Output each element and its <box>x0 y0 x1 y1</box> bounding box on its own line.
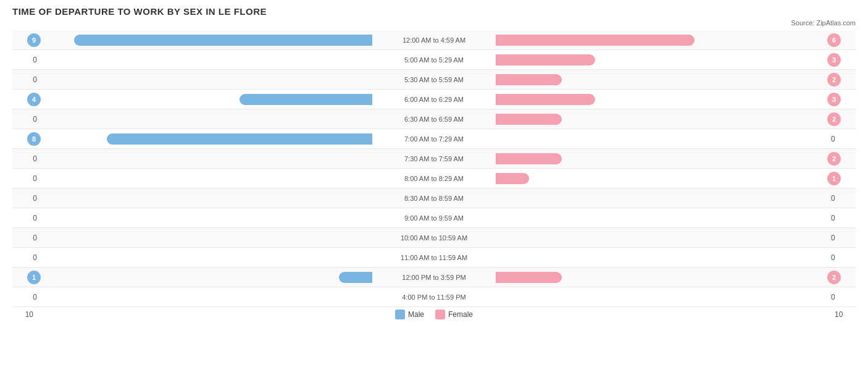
male-bar-area <box>41 232 372 244</box>
male-bar-area <box>41 93 372 106</box>
female-bar-area <box>496 74 827 86</box>
male-bar-area <box>41 113 372 125</box>
male-value: 0 <box>16 293 41 302</box>
female-value: 3 <box>827 53 841 67</box>
male-bar-area <box>41 212 372 224</box>
male-value: 0 <box>16 214 41 222</box>
table-row: 0 7:30 AM to 7:59 AM 2 <box>12 149 856 169</box>
female-bar <box>496 153 562 164</box>
female-bar <box>496 173 529 184</box>
legend-male-box <box>395 310 405 319</box>
female-value: 2 <box>827 73 841 86</box>
female-value: 2 <box>827 152 841 166</box>
female-bar <box>496 74 562 85</box>
bars: 8:30 AM to 8:59 AM <box>41 188 827 208</box>
male-bar <box>74 35 372 46</box>
female-value: 6 <box>827 33 841 47</box>
bars: 12:00 PM to 3:59 PM <box>41 268 827 287</box>
bars: 7:30 AM to 7:59 AM <box>41 149 827 168</box>
legend-male-label: Male <box>408 310 424 319</box>
male-value: 0 <box>16 75 41 84</box>
table-row: 0 5:30 AM to 5:59 AM 2 <box>12 70 856 90</box>
table-row: 0 8:30 AM to 8:59 AM 0 <box>12 188 856 208</box>
time-label: 7:00 AM to 7:29 AM <box>372 135 496 143</box>
time-label: 10:00 AM to 10:59 AM <box>372 234 496 242</box>
table-row: 0 9:00 AM to 9:59 AM 0 <box>12 208 856 228</box>
female-bar <box>496 94 595 105</box>
bars: 6:00 AM to 6:29 AM <box>41 90 827 109</box>
bars: 4:00 PM to 11:59 PM <box>41 287 827 306</box>
bars: 7:00 AM to 7:29 AM <box>41 129 827 148</box>
bars: 6:30 AM to 6:59 AM <box>41 109 827 129</box>
female-bar-area <box>496 113 827 125</box>
female-value: 0 <box>827 293 852 302</box>
female-bar-area <box>496 54 827 66</box>
time-label: 5:00 AM to 5:29 AM <box>372 56 496 64</box>
table-row: 9 12:00 AM to 4:59 AM 6 <box>12 30 856 50</box>
table-row: 1 12:00 PM to 3:59 PM 2 <box>12 268 856 287</box>
male-bar-area <box>41 153 372 165</box>
male-bar-area <box>41 251 372 264</box>
bars: 5:00 AM to 5:29 AM <box>41 50 827 69</box>
female-bar-area <box>496 34 827 46</box>
male-bar <box>240 94 372 105</box>
table-row: 4 6:00 AM to 6:29 AM 3 <box>12 90 856 109</box>
table-row: 0 5:00 AM to 5:29 AM 3 <box>12 50 856 70</box>
female-bar <box>496 35 695 46</box>
male-value: 0 <box>16 174 41 183</box>
male-bar-area <box>41 34 372 46</box>
time-label: 12:00 AM to 4:59 AM <box>372 36 496 44</box>
time-label: 4:00 PM to 11:59 PM <box>372 293 496 301</box>
female-bar-area <box>496 291 827 303</box>
time-label: 7:30 AM to 7:59 AM <box>372 155 496 162</box>
bars: 11:00 AM to 11:59 AM <box>41 248 827 267</box>
female-bar-area <box>496 271 827 284</box>
legend-male: Male <box>395 310 424 319</box>
table-row: 0 11:00 AM to 11:59 AM 0 <box>12 248 856 268</box>
male-bar-area <box>41 271 372 284</box>
time-label: 8:30 AM to 8:59 AM <box>372 195 496 202</box>
male-value: 0 <box>16 253 41 262</box>
axis-right-label: 10 <box>831 310 856 319</box>
male-value: 8 <box>27 132 41 146</box>
male-value: 9 <box>27 33 41 47</box>
time-label: 8:00 AM to 8:29 AM <box>372 175 496 182</box>
female-bar <box>496 54 595 65</box>
time-label: 12:00 PM to 3:59 PM <box>372 274 496 281</box>
male-bar-area <box>41 74 372 86</box>
bars: 12:00 AM to 4:59 AM <box>41 30 827 49</box>
male-value: 0 <box>16 154 41 163</box>
time-label: 9:00 AM to 9:59 AM <box>372 214 496 222</box>
female-value: 2 <box>827 112 841 126</box>
axis-left-label: 10 <box>12 310 37 319</box>
female-bar-area <box>496 192 827 205</box>
time-label: 6:30 AM to 6:59 AM <box>372 116 496 123</box>
table-row: 0 4:00 PM to 11:59 PM 0 <box>12 287 856 307</box>
table-row: 0 10:00 AM to 10:59 AM 0 <box>12 228 856 248</box>
bars: 5:30 AM to 5:59 AM <box>41 70 827 89</box>
male-value: 0 <box>16 234 41 242</box>
female-bar-area <box>496 232 827 244</box>
chart-title: TIME OF DEPARTURE TO WORK BY SEX IN LE F… <box>12 6 856 17</box>
male-value: 1 <box>27 271 41 284</box>
male-bar-area <box>41 172 372 185</box>
table-row: 0 6:30 AM to 6:59 AM 2 <box>12 109 856 129</box>
female-value: 3 <box>827 93 841 106</box>
legend: Male Female <box>395 310 473 319</box>
female-bar <box>496 272 562 283</box>
female-value: 0 <box>827 253 852 262</box>
female-bar-area <box>496 212 827 224</box>
male-value: 0 <box>16 115 41 124</box>
source-label: Source: ZipAtlas.com <box>12 19 856 27</box>
female-bar-area <box>496 172 827 185</box>
male-bar-area <box>41 192 372 205</box>
female-value: 0 <box>827 194 852 203</box>
male-value: 0 <box>16 194 41 203</box>
female-value: 1 <box>827 172 841 185</box>
female-value: 2 <box>827 271 841 284</box>
female-value: 0 <box>827 135 852 143</box>
female-bar-area <box>496 153 827 165</box>
table-row: 8 7:00 AM to 7:29 AM 0 <box>12 129 856 149</box>
female-bar-area <box>496 133 827 145</box>
male-bar-area <box>41 133 372 145</box>
